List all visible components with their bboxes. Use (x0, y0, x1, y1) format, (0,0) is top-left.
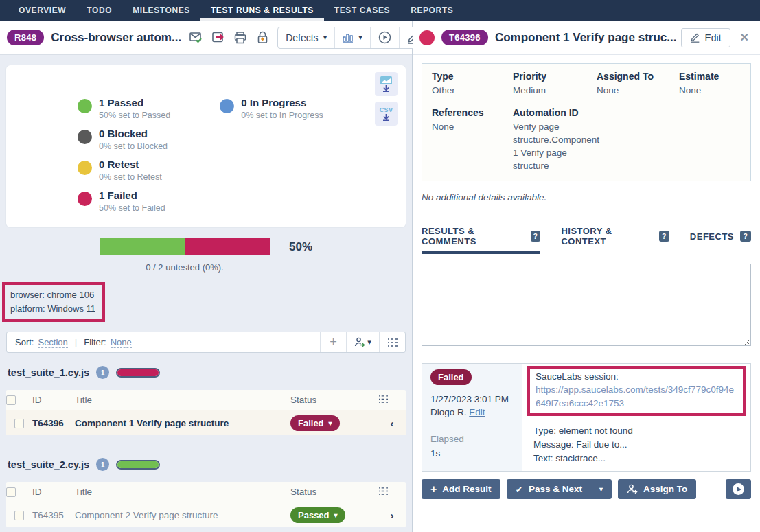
elapsed-label: Elapsed (430, 434, 514, 444)
col-id[interactable]: ID (32, 482, 75, 502)
tab-defects[interactable]: DEFECTS ? (690, 226, 751, 253)
failure-details: Type: element not found Message: Fail du… (527, 424, 746, 466)
result-actions: + Add Result ✓ Pass & Next ▾ Assign To (422, 479, 751, 499)
export-icon[interactable] (211, 31, 225, 45)
close-icon[interactable]: ✕ (740, 31, 749, 44)
plus-icon: + (330, 335, 337, 349)
divider (592, 483, 592, 495)
run-toolbar: Defects ▾ ▾ (277, 27, 427, 49)
add-result-button[interactable]: + Add Result (422, 479, 500, 499)
columns-icon (387, 338, 398, 347)
help-icon[interactable]: ? (740, 231, 751, 242)
columns-icon[interactable] (378, 395, 389, 404)
nav-overview[interactable]: OVERVIEW (8, 0, 76, 21)
check-icon: ✓ (516, 484, 523, 495)
download-arrow-icon (382, 114, 390, 121)
suite-1-header: test_suite_1.cy.js 1 (6, 366, 406, 379)
session-label: SauceLabs session: (536, 371, 737, 382)
latest-result-box: Failed 1/27/2023 3:01 PM Diogo R. Edit E… (422, 363, 751, 472)
nav-reports[interactable]: REPORTS (400, 0, 463, 21)
row-checkbox[interactable] (14, 511, 24, 520)
session-url-link[interactable]: https://app.saucelabs.com/tests/349cf779… (536, 383, 737, 410)
chart-view-dropdown[interactable]: ▾ (335, 27, 371, 48)
download-arrow-icon (382, 85, 390, 92)
test-row-t64395[interactable]: T64395 Component 2 Verify page structure… (6, 502, 406, 527)
edit-result-link[interactable]: Edit (469, 407, 485, 417)
columns-icon[interactable] (378, 487, 389, 496)
rerun-button[interactable] (371, 27, 400, 48)
assign-person-icon (354, 337, 365, 347)
chevron-down-icon[interactable]: ▾ (599, 485, 603, 493)
row-checkbox[interactable] (14, 419, 24, 428)
pass-and-next-button[interactable]: ✓ Pass & Next ▾ (507, 479, 612, 499)
run-id-badge: R848 (7, 30, 44, 45)
columns-button[interactable] (379, 332, 405, 352)
nav-todo[interactable]: TODO (76, 0, 122, 21)
result-datetime: 1/27/2023 3:01 PM (430, 394, 514, 404)
download-csv-button[interactable]: CSV (375, 102, 398, 126)
test-title[interactable]: Component 2 Verify page structure (75, 502, 290, 527)
assign-to-button[interactable]: Assign To (618, 479, 696, 499)
help-icon[interactable]: ? (531, 231, 541, 242)
test-id: T64395 (32, 502, 75, 527)
test-row-t64396[interactable]: T64396 Component 1 Verify page structure… (6, 410, 406, 435)
add-test-button[interactable]: + (320, 332, 346, 352)
filter-label: Filter: (84, 337, 106, 347)
in-progress-dot (220, 99, 234, 113)
test-id-badge: T64396 (441, 30, 488, 45)
play-icon (733, 483, 744, 495)
suite-2-progress (116, 460, 160, 470)
field-priority: Priority Medium (513, 71, 597, 97)
test-details-box: Type Other Priority Medium Assigned To N… (422, 63, 751, 181)
sort-value-link[interactable]: Section (38, 337, 67, 348)
test-id: T64396 (32, 410, 75, 435)
tab-history-context[interactable]: HISTORY & CONTEXT ? (561, 226, 669, 253)
field-references: References None (432, 107, 513, 173)
edit-test-button[interactable]: Edit (681, 28, 730, 47)
status-dropdown-failed[interactable]: Failed▾ (290, 415, 340, 431)
select-all-checkbox[interactable] (6, 487, 16, 497)
result-meta: Failed 1/27/2023 3:01 PM Diogo R. Edit E… (422, 364, 522, 471)
field-type: Type Other (432, 71, 513, 97)
run-config-box: browser: chrome 106 platform: Windows 11 (2, 282, 105, 322)
legend-in-progress: 0 In Progress0% set to In Progress (220, 97, 323, 120)
expand-detail-chevron[interactable]: › (391, 509, 394, 521)
suite-2-table: ID Title Status T64395 Component 2 Verif… (6, 482, 406, 527)
saucelabs-session-box: SauceLabs session: https://app.saucelabs… (527, 366, 746, 415)
run-test-button[interactable] (726, 479, 751, 499)
comment-textarea[interactable] (422, 264, 751, 346)
collapse-detail-chevron[interactable]: ‹ (391, 417, 394, 429)
lock-icon[interactable] (255, 31, 269, 45)
col-status[interactable]: Status (290, 482, 378, 502)
download-chart-image-button[interactable] (375, 72, 398, 96)
nav-test-runs-results[interactable]: TEST RUNS & RESULTS (200, 0, 324, 21)
help-icon[interactable]: ? (659, 231, 669, 242)
col-id[interactable]: ID (32, 390, 75, 410)
sort-filter-bar: Sort: Section | Filter: None + ▾ (6, 332, 406, 353)
test-title[interactable]: Component 1 Verify page structure (75, 410, 290, 435)
assign-dropdown-button[interactable]: ▾ (346, 332, 379, 352)
select-all-checkbox[interactable] (6, 395, 16, 405)
result-author: Diogo R. Edit (430, 407, 514, 417)
chevron-down-icon: ▾ (334, 511, 338, 519)
nav-test-cases[interactable]: TEST CASES (324, 0, 400, 21)
col-title[interactable]: Title (75, 390, 290, 410)
legend-failed: 1 Failed50% set to Failed (78, 189, 170, 213)
chart-image-icon (380, 76, 392, 84)
suite-2-count-badge: 1 (96, 458, 109, 471)
chevron-down-icon: ▾ (367, 338, 371, 347)
field-assigned-to: Assigned To None (597, 71, 679, 97)
status-dropdown-passed[interactable]: Passed▾ (290, 507, 345, 523)
test-run-panel: R848 Cross-browser autom... Defects (0, 21, 413, 532)
run-header: R848 Cross-browser autom... Defects (0, 21, 412, 55)
chevron-down-icon: ▾ (358, 33, 362, 42)
email-report-icon[interactable] (189, 31, 203, 45)
defects-dropdown[interactable]: Defects ▾ (278, 27, 335, 48)
tab-results-comments[interactable]: RESULTS & COMMENTS ? (422, 226, 540, 253)
retest-dot (78, 161, 92, 175)
filter-value-link[interactable]: None (111, 337, 132, 348)
col-title[interactable]: Title (75, 482, 290, 502)
print-icon[interactable] (233, 31, 247, 45)
col-status[interactable]: Status (290, 390, 378, 410)
nav-milestones[interactable]: MILESTONES (122, 0, 200, 21)
